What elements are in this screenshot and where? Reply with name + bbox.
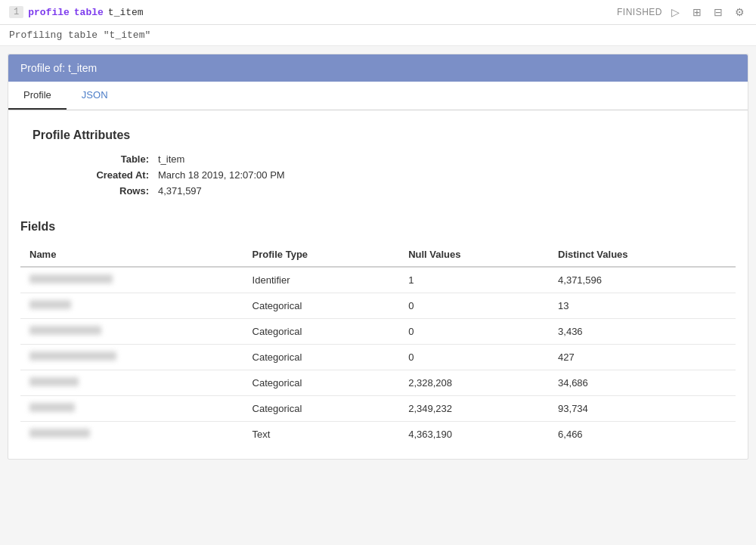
col-header-distinct-values: Distinct Values — [549, 243, 736, 267]
field-name-cell — [20, 396, 243, 422]
tab-json[interactable]: JSON — [67, 82, 123, 110]
tabs-row: Profile JSON — [8, 82, 748, 110]
field-null-values: 2,328,208 — [399, 370, 549, 396]
field-null-values: 0 — [399, 319, 549, 345]
fields-table: Name Profile Type Null Values Distinct V… — [20, 243, 736, 447]
grid-icon[interactable]: ⊞ — [692, 6, 705, 18]
table-row: Identifier14,371,596 — [20, 267, 736, 293]
table-row: Categorical2,349,23293,734 — [20, 396, 736, 422]
tab-profile[interactable]: Profile — [8, 82, 67, 110]
field-profile-type: Categorical — [243, 293, 400, 319]
fields-title: Fields — [20, 214, 736, 243]
attr-row-table: Table: t_item — [66, 151, 736, 167]
field-null-values: 4,363,190 — [399, 422, 549, 447]
status-label: FINISHED — [617, 7, 662, 17]
attr-row-created: Created At: March 18 2019, 12:07:00 PM — [66, 167, 736, 183]
field-name-cell — [20, 422, 243, 447]
table-icon[interactable]: ⊟ — [714, 6, 726, 18]
field-profile-type: Categorical — [243, 396, 400, 422]
keyword-profile: profile — [28, 7, 70, 18]
col-header-null-values: Null Values — [399, 243, 549, 267]
attr-value-table: t_item — [158, 153, 184, 165]
field-null-values: 0 — [399, 293, 549, 319]
field-null-values: 2,349,232 — [399, 396, 549, 422]
field-profile-type: Categorical — [243, 319, 400, 345]
panel-header: Profile of: t_item — [8, 54, 748, 82]
keyword-table: table — [74, 7, 104, 18]
top-bar: 1 profile table t_item FINISHED ▷ ⊞ ⊟ ⚙ — [0, 0, 756, 25]
field-distinct-values: 427 — [549, 345, 736, 370]
field-profile-type: Identifier — [243, 267, 400, 293]
field-distinct-values: 3,436 — [549, 319, 736, 345]
attr-label-rows: Rows: — [66, 185, 149, 197]
field-distinct-values: 6,466 — [549, 422, 736, 447]
field-null-values: 0 — [399, 345, 549, 370]
field-name-cell — [20, 293, 243, 319]
settings-icon[interactable]: ⚙ — [735, 6, 747, 18]
field-null-values: 1 — [399, 267, 549, 293]
line-number: 1 — [9, 6, 23, 18]
profile-attributes-section: Profile Attributes Table: t_item Created… — [8, 110, 748, 214]
attr-label-table: Table: — [66, 153, 149, 165]
main-content: Profile of: t_item Profile JSON Profile … — [8, 54, 748, 460]
table-row: Categorical03,436 — [20, 319, 736, 345]
col-header-profile-type: Profile Type — [243, 243, 400, 267]
toolbar-right: FINISHED ▷ ⊞ ⊟ ⚙ — [617, 6, 747, 18]
field-name-cell — [20, 319, 243, 345]
table-row: Categorical0427 — [20, 345, 736, 370]
profile-attributes-title: Profile Attributes — [20, 116, 736, 151]
table-header-row: Name Profile Type Null Values Distinct V… — [20, 243, 736, 267]
field-profile-type: Categorical — [243, 370, 400, 396]
attr-label-created: Created At: — [66, 169, 149, 181]
run-icon[interactable]: ▷ — [671, 6, 683, 18]
table-row: Text4,363,1906,466 — [20, 422, 736, 447]
attr-row-rows: Rows: 4,371,597 — [66, 183, 736, 199]
field-name-cell — [20, 345, 243, 370]
attributes-table: Table: t_item Created At: March 18 2019,… — [66, 151, 736, 199]
field-distinct-values: 13 — [549, 293, 736, 319]
table-name-code: t_item — [108, 7, 144, 18]
fields-section: Fields Name Profile Type Null Values Dis… — [8, 214, 748, 459]
status-text: Profiling table "t_item" — [9, 29, 150, 41]
field-distinct-values: 4,371,596 — [549, 267, 736, 293]
panel-header-text: Profile of: t_item — [20, 62, 97, 74]
field-profile-type: Categorical — [243, 345, 400, 370]
status-line: Profiling table "t_item" — [0, 25, 756, 46]
col-header-name: Name — [20, 243, 243, 267]
table-row: Categorical013 — [20, 293, 736, 319]
field-distinct-values: 34,686 — [549, 370, 736, 396]
field-name-cell — [20, 370, 243, 396]
attr-value-rows: 4,371,597 — [158, 185, 202, 197]
attr-value-created: March 18 2019, 12:07:00 PM — [158, 169, 285, 181]
table-row: Categorical2,328,20834,686 — [20, 370, 736, 396]
field-name-cell — [20, 267, 243, 293]
code-line: 1 profile table t_item — [9, 6, 144, 18]
field-profile-type: Text — [243, 422, 400, 447]
field-distinct-values: 93,734 — [549, 396, 736, 422]
